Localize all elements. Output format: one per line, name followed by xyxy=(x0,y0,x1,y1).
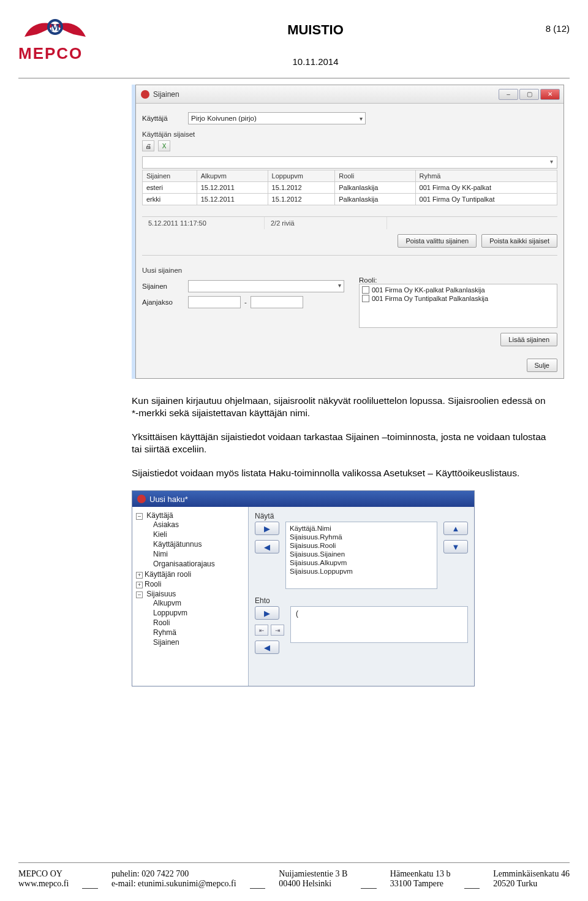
footer-col: Nuijamiestentie 3 B 00400 Helsinki xyxy=(279,869,347,889)
footer-text: Nuijamiestentie 3 B xyxy=(279,869,347,878)
window-title: Sijainen xyxy=(153,90,499,99)
list-item[interactable]: Sijaisuus.Loppupvm xyxy=(290,567,433,576)
tree-node[interactable]: +Rooli xyxy=(136,579,246,589)
tree-pane[interactable]: – Käyttäjä Asiakas Kieli Käyttäjätunnus … xyxy=(132,507,249,686)
col-ryhma[interactable]: Ryhmä xyxy=(415,170,557,182)
add-substitute-button[interactable]: Lisää sijainen xyxy=(500,333,557,346)
cell: Palkanlaskija xyxy=(335,182,415,194)
tree-node[interactable]: Sijainen xyxy=(145,637,246,647)
expand-icon[interactable]: + xyxy=(136,572,143,579)
paragraph: Yksittäisen käyttäjän sijaistiedot voida… xyxy=(132,431,548,456)
remove-all-button[interactable]: Poista kaikki sijaiset xyxy=(481,234,557,248)
role-checklist[interactable]: 001 Firma Oy KK-palkat Palkanlaskija 001… xyxy=(359,284,557,328)
list-item[interactable]: Sijaisuus.Ryhmä xyxy=(290,533,433,541)
sijainen-input[interactable] xyxy=(188,280,344,292)
move-right-button[interactable]: ▶ xyxy=(255,522,279,535)
tree-label: Kieli xyxy=(153,530,167,539)
close-button[interactable]: ✕ xyxy=(540,89,560,100)
checkbox-icon[interactable] xyxy=(362,286,369,294)
table-row[interactable]: esteri 15.12.2011 15.1.2012 Palkanlaskij… xyxy=(143,182,557,194)
tree-node[interactable]: Asiakas xyxy=(145,520,246,530)
tree-node[interactable]: Rooli xyxy=(145,618,246,628)
cell: 15.12.2011 xyxy=(197,182,268,194)
role-option[interactable]: 001 Firma Oy Tuntipalkat Palkanlaskija xyxy=(362,294,554,303)
doc-date: 10.11.2014 xyxy=(110,56,521,67)
ehto-add-button[interactable]: ▶ xyxy=(255,606,279,620)
footer-text: Hämeenkatu 13 b xyxy=(390,869,451,878)
tree-node[interactable]: Käyttäjätunnus xyxy=(145,539,246,549)
tree-node[interactable]: – Sijaisuus Alkupvm Loppupvm Rooli Ryhmä… xyxy=(136,589,246,648)
tree-label: Sijaisuus xyxy=(146,590,176,598)
list-item[interactable]: Sijaisuus.Sijainen xyxy=(290,550,433,558)
grid-filter[interactable] xyxy=(142,156,557,169)
tree-label: Rooli xyxy=(145,580,161,588)
tree-label: Käyttäjä xyxy=(146,511,173,520)
tree-node[interactable]: Nimi xyxy=(145,549,246,559)
page-number: 8 (12) xyxy=(521,23,570,34)
cell: 001 Firma Oy Tuntipalkat xyxy=(415,194,557,205)
col-sijainen[interactable]: Sijainen xyxy=(143,170,197,182)
col-rooli[interactable]: Rooli xyxy=(335,170,415,182)
tree-label: Ryhmä xyxy=(153,628,176,637)
footer-text: 00400 Helsinki xyxy=(279,879,347,889)
checkbox-icon[interactable] xyxy=(362,295,369,302)
list-item[interactable]: Sijaisuus.Alkupvm xyxy=(290,558,433,567)
table-row[interactable]: erkki 15.12.2011 15.1.2012 Palkanlaskija… xyxy=(143,194,557,205)
tree-node[interactable]: Kieli xyxy=(145,530,246,539)
user-combo[interactable]: Pirjo Koivunen (pirjo) xyxy=(188,112,366,124)
footer-text: e-mail: etunimi.sukunimi@mepco.fi xyxy=(111,879,236,889)
move-down-button[interactable]: ▼ xyxy=(443,540,468,553)
paragraph: Kun sijainen kirjautuu ohjelmaan, sijais… xyxy=(132,395,548,420)
footer-text: MEPCO OY xyxy=(18,869,62,878)
move-up-button[interactable]: ▲ xyxy=(443,522,468,535)
cell: 15.1.2012 xyxy=(268,194,335,205)
tree-label: Organisaatiorajaus xyxy=(153,560,215,568)
header-divider xyxy=(18,78,570,78)
ehto-remove-button[interactable]: ◀ xyxy=(255,641,279,654)
svg-text:M: M xyxy=(50,22,59,32)
minimize-button[interactable]: – xyxy=(499,89,518,100)
tree-node[interactable]: +Käyttäjän rooli xyxy=(136,569,246,579)
remove-selected-button[interactable]: Poista valittu sijainen xyxy=(398,234,477,248)
tree-node[interactable]: Organisaatiorajaus xyxy=(145,559,246,569)
col-alkupvm[interactable]: Alkupvm xyxy=(197,170,268,182)
footer-col: Lemminkäisenkatu 46 20520 Turku xyxy=(493,869,570,889)
range-dash: - xyxy=(244,298,247,306)
excel-icon[interactable]: X xyxy=(158,140,170,151)
ehto-box[interactable]: ( xyxy=(290,606,468,643)
tree-node[interactable]: – Käyttäjä Asiakas Kieli Käyttäjätunnus … xyxy=(136,511,246,569)
collapse-icon[interactable]: – xyxy=(136,513,143,520)
tree-node[interactable]: Ryhmä xyxy=(145,628,246,637)
app-icon xyxy=(141,90,149,99)
expand-icon[interactable]: + xyxy=(136,582,143,588)
tree-label: Rooli xyxy=(153,618,170,627)
footer-col: MEPCO OY www.mepco.fi xyxy=(18,869,69,889)
date-to-input[interactable] xyxy=(251,296,303,308)
new-sub-label: Uusi sijainen xyxy=(142,267,557,274)
tree-label: Nimi xyxy=(153,550,168,558)
tree-node[interactable]: Alkupvm xyxy=(145,598,246,608)
cell: esteri xyxy=(143,182,197,194)
col-loppupvm[interactable]: Loppupvm xyxy=(268,170,335,182)
date-from-input[interactable] xyxy=(188,296,241,308)
substitute-grid: Sijainen Alkupvm Loppupvm Rooli Ryhmä es… xyxy=(142,170,557,205)
list-item[interactable]: Sijaisuus.Rooli xyxy=(290,541,433,550)
collapse-icon[interactable]: – xyxy=(136,591,143,598)
maximize-button[interactable]: ▢ xyxy=(519,89,539,100)
close-dialog-button[interactable]: Sulje xyxy=(527,359,557,372)
selected-fields-list[interactable]: Käyttäjä.Nimi Sijaisuus.Ryhmä Sijaisuus.… xyxy=(285,522,437,589)
tree-node[interactable]: Loppupvm xyxy=(145,608,246,618)
footer-sep xyxy=(82,880,98,889)
logo-text: MEPCO xyxy=(18,44,110,63)
move-left-button[interactable]: ◀ xyxy=(255,540,279,553)
sijainen-label: Sijainen xyxy=(142,283,188,290)
section-label: Käyttäjän sijaiset xyxy=(142,131,557,138)
role-option[interactable]: 001 Firma Oy KK-palkat Palkanlaskija xyxy=(362,286,554,294)
list-item[interactable]: Käyttäjä.Nimi xyxy=(290,524,433,533)
indent-left-icon[interactable]: ⇤ xyxy=(255,625,268,636)
print-icon[interactable]: 🖨 xyxy=(142,140,154,151)
indent-right-icon[interactable]: ⇥ xyxy=(271,625,284,636)
titlebar: Uusi haku* xyxy=(132,491,474,507)
app-icon xyxy=(137,495,146,503)
cell: Palkanlaskija xyxy=(335,194,415,205)
